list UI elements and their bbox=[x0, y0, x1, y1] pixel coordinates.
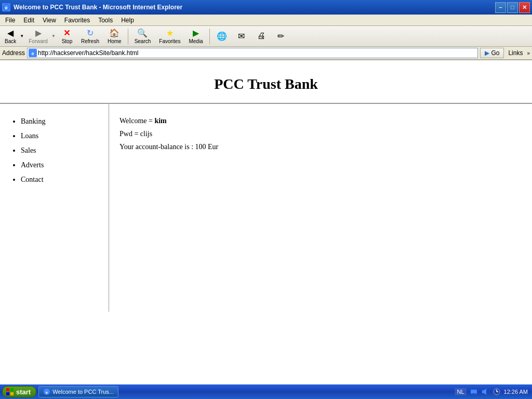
windows-logo-icon bbox=[6, 388, 14, 396]
maximize-button[interactable]: □ bbox=[507, 2, 518, 13]
go-button[interactable]: ▶ Go bbox=[480, 48, 504, 58]
go-arrow-icon: ▶ bbox=[485, 49, 489, 57]
bank-header: PCC Trust Bank bbox=[0, 60, 532, 104]
start-label: start bbox=[16, 388, 31, 396]
refresh-icon: ↻ bbox=[87, 28, 94, 38]
history-icon: 🌐 bbox=[217, 31, 227, 41]
forward-icon: ▶ bbox=[35, 28, 42, 38]
svg-text:e: e bbox=[5, 5, 7, 10]
refresh-button[interactable]: ↻ Refresh bbox=[77, 28, 103, 45]
clock-icon bbox=[493, 388, 501, 396]
search-icon: 🔍 bbox=[137, 28, 148, 38]
taskbar-ie-item[interactable]: e Welcome to PCC Trus... bbox=[38, 386, 118, 397]
nav-loans[interactable]: Loans bbox=[21, 132, 38, 140]
taskbar-window-label: Welcome to PCC Trus... bbox=[52, 389, 114, 395]
svg-rect-9 bbox=[10, 392, 14, 395]
mail-button[interactable]: ✉ bbox=[232, 28, 251, 45]
start-button[interactable]: start bbox=[2, 386, 36, 397]
nav-list: Banking Loans Sales Adverts Contact bbox=[10, 114, 98, 187]
window-title: Welcome to PCC Trust Bank - Microsoft In… bbox=[14, 4, 182, 11]
favorites-icon: ★ bbox=[166, 28, 174, 38]
forward-button[interactable]: ▶ Forward bbox=[26, 28, 50, 45]
taskbar: start e Welcome to PCC Trus... NL 12:26 … bbox=[0, 384, 532, 399]
toolbar-separator-2 bbox=[209, 29, 210, 44]
svg-rect-7 bbox=[10, 388, 14, 391]
title-bar: e Welcome to PCC Trust Bank - Microsoft … bbox=[0, 0, 532, 15]
audio-icon bbox=[481, 388, 489, 396]
close-button[interactable]: ✕ bbox=[519, 2, 530, 13]
print-icon: 🖨 bbox=[257, 31, 265, 41]
svg-rect-13 bbox=[472, 393, 476, 394]
menu-file[interactable]: File bbox=[2, 16, 18, 25]
edit-icon: ✏ bbox=[277, 31, 284, 41]
list-item: Banking bbox=[21, 114, 98, 129]
print-button[interactable]: 🖨 bbox=[252, 28, 271, 45]
menu-bar: File Edit View Favorites Tools Help bbox=[0, 15, 532, 26]
username: kim bbox=[154, 117, 166, 125]
nav-banking[interactable]: Banking bbox=[21, 117, 45, 125]
address-input[interactable] bbox=[38, 49, 476, 57]
media-icon: ▶ bbox=[193, 28, 199, 38]
edit-button[interactable]: ✏ bbox=[272, 28, 290, 45]
bank-body: Banking Loans Sales Adverts Contact bbox=[0, 104, 532, 312]
svg-text:e: e bbox=[32, 51, 34, 56]
bank-main: Welcome = kim Pwd = clijs Your account-b… bbox=[109, 104, 532, 312]
language-indicator: NL bbox=[455, 388, 466, 395]
back-button[interactable]: ◀ Back bbox=[2, 28, 19, 45]
taskbar-right: NL 12:26 AM bbox=[455, 388, 530, 396]
svg-rect-12 bbox=[471, 390, 477, 394]
menu-help[interactable]: Help bbox=[118, 16, 137, 25]
welcome-line: Welcome = kim bbox=[119, 114, 522, 127]
search-button[interactable]: 🔍 Search bbox=[131, 28, 155, 45]
list-item: Contact bbox=[21, 172, 98, 187]
back-arrow-button[interactable]: ▼ bbox=[19, 28, 25, 45]
app-icon: e bbox=[2, 3, 10, 11]
pwd-prefix: Pwd = bbox=[119, 130, 140, 138]
ie-taskbar-icon: e bbox=[43, 388, 50, 395]
password-value: clijs bbox=[140, 130, 152, 138]
list-item: Loans bbox=[21, 129, 98, 143]
address-bar: Address e ▶ Go Links » bbox=[0, 47, 532, 60]
address-label: Address bbox=[2, 49, 25, 57]
svg-text:e: e bbox=[46, 390, 48, 395]
address-input-wrapper: e bbox=[27, 48, 478, 58]
mail-icon: ✉ bbox=[238, 31, 245, 41]
toolbar-separator-1 bbox=[128, 29, 128, 44]
home-button[interactable]: 🏠 Home bbox=[104, 28, 125, 45]
menu-edit[interactable]: Edit bbox=[20, 16, 37, 25]
links-chevron-icon: » bbox=[527, 50, 530, 56]
toolbar: ◀ Back ▼ ▶ Forward ▼ ✕ Stop ↻ Refresh 🏠 … bbox=[0, 26, 532, 47]
menu-view[interactable]: View bbox=[39, 16, 59, 25]
links-button[interactable]: Links bbox=[506, 49, 525, 57]
bank-title: PCC Trust Bank bbox=[214, 76, 318, 92]
list-item: Sales bbox=[21, 143, 98, 158]
back-icon: ◀ bbox=[7, 28, 14, 38]
balance-line: Your account-balance is : 100 Eur bbox=[119, 140, 522, 153]
favorites-button[interactable]: ★ Favorites bbox=[155, 28, 184, 45]
nav-sales[interactable]: Sales bbox=[21, 147, 36, 154]
list-item: Adverts bbox=[21, 158, 98, 172]
pwd-line: Pwd = clijs bbox=[119, 127, 522, 140]
stop-button[interactable]: ✕ Stop bbox=[58, 28, 76, 45]
svg-marker-14 bbox=[482, 389, 486, 395]
welcome-prefix: Welcome = bbox=[119, 117, 154, 125]
history-button[interactable]: 🌐 bbox=[212, 28, 231, 45]
svg-rect-8 bbox=[6, 392, 9, 395]
browser-content: PCC Trust Bank Banking Loans Sales A bbox=[0, 60, 532, 387]
nav-contact[interactable]: Contact bbox=[21, 176, 44, 183]
bank-sidebar: Banking Loans Sales Adverts Contact bbox=[0, 104, 109, 312]
menu-tools[interactable]: Tools bbox=[95, 16, 116, 25]
svg-rect-6 bbox=[6, 388, 9, 391]
home-icon: 🏠 bbox=[109, 28, 119, 38]
clock-time: 12:26 AM bbox=[504, 389, 528, 395]
page-icon: e bbox=[29, 49, 37, 57]
menu-favorites[interactable]: Favorites bbox=[61, 16, 93, 25]
nav-adverts[interactable]: Adverts bbox=[21, 161, 44, 169]
network-icon bbox=[470, 388, 478, 396]
minimize-button[interactable]: – bbox=[495, 2, 506, 13]
stop-icon: ✕ bbox=[63, 28, 70, 38]
media-button[interactable]: ▶ Media bbox=[185, 28, 206, 45]
forward-arrow-button[interactable]: ▼ bbox=[50, 28, 57, 45]
